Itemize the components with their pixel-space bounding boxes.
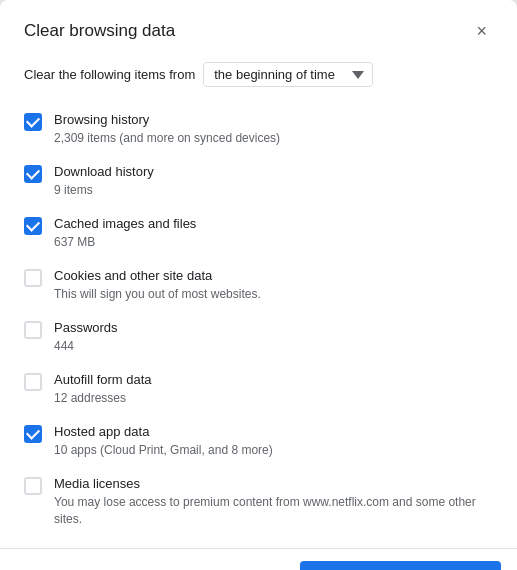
clear-from-label: Clear the following items from: [24, 67, 195, 82]
dialog-title: Clear browsing data: [24, 21, 175, 41]
checkbox-passwords-box[interactable]: [24, 321, 42, 339]
item-label-cookies: Cookies and other site data: [54, 267, 261, 285]
checkbox-autofill-box[interactable]: [24, 373, 42, 391]
items-list: Browsing history 2,309 items (and more o…: [24, 103, 493, 536]
checkbox-cookies[interactable]: [24, 269, 42, 287]
item-cached-images: Cached images and files 637 MB: [24, 207, 493, 259]
time-range-row: Clear the following items from the begin…: [24, 62, 493, 87]
checkbox-cached-images-box[interactable]: [24, 217, 42, 235]
time-range-select[interactable]: the beginning of time the past hour the …: [203, 62, 373, 87]
item-desc-passwords: 444: [54, 338, 118, 355]
clear-browsing-data-button[interactable]: CLEAR BROWSING DATA: [300, 561, 501, 570]
checkbox-cached-images[interactable]: [24, 217, 42, 235]
item-label-browsing-history: Browsing history: [54, 111, 280, 129]
dialog-footer: CANCEL CLEAR BROWSING DATA: [0, 548, 517, 570]
checkbox-browsing-history-box[interactable]: [24, 113, 42, 131]
item-hosted-app-data: Hosted app data 10 apps (Cloud Print, Gm…: [24, 415, 493, 467]
checkbox-browsing-history[interactable]: [24, 113, 42, 131]
item-label-autofill: Autofill form data: [54, 371, 152, 389]
checkbox-media-licenses[interactable]: [24, 477, 42, 495]
item-label-media-licenses: Media licenses: [54, 475, 493, 493]
item-desc-hosted-app-data: 10 apps (Cloud Print, Gmail, and 8 more): [54, 442, 273, 459]
item-autofill: Autofill form data 12 addresses: [24, 363, 493, 415]
clear-browsing-data-dialog: Clear browsing data × Clear the followin…: [0, 0, 517, 570]
checkbox-passwords[interactable]: [24, 321, 42, 339]
checkbox-autofill[interactable]: [24, 373, 42, 391]
cancel-button[interactable]: CANCEL: [203, 561, 292, 570]
checkbox-cookies-box[interactable]: [24, 269, 42, 287]
close-button[interactable]: ×: [470, 20, 493, 42]
item-desc-media-licenses: You may lose access to premium content f…: [54, 494, 493, 528]
item-passwords: Passwords 444: [24, 311, 493, 363]
item-browsing-history: Browsing history 2,309 items (and more o…: [24, 103, 493, 155]
checkbox-download-history[interactable]: [24, 165, 42, 183]
item-label-cached-images: Cached images and files: [54, 215, 196, 233]
item-cookies: Cookies and other site data This will si…: [24, 259, 493, 311]
item-desc-autofill: 12 addresses: [54, 390, 152, 407]
dialog-header: Clear browsing data ×: [0, 0, 517, 54]
item-label-passwords: Passwords: [54, 319, 118, 337]
item-desc-cookies: This will sign you out of most websites.: [54, 286, 261, 303]
dialog-body: Clear the following items from the begin…: [0, 54, 517, 540]
item-media-licenses: Media licenses You may lose access to pr…: [24, 467, 493, 536]
checkbox-hosted-app-data-box[interactable]: [24, 425, 42, 443]
item-desc-download-history: 9 items: [54, 182, 154, 199]
checkbox-hosted-app-data[interactable]: [24, 425, 42, 443]
item-desc-browsing-history: 2,309 items (and more on synced devices): [54, 130, 280, 147]
item-label-hosted-app-data: Hosted app data: [54, 423, 273, 441]
checkbox-media-licenses-box[interactable]: [24, 477, 42, 495]
item-desc-cached-images: 637 MB: [54, 234, 196, 251]
item-download-history: Download history 9 items: [24, 155, 493, 207]
item-label-download-history: Download history: [54, 163, 154, 181]
checkbox-download-history-box[interactable]: [24, 165, 42, 183]
